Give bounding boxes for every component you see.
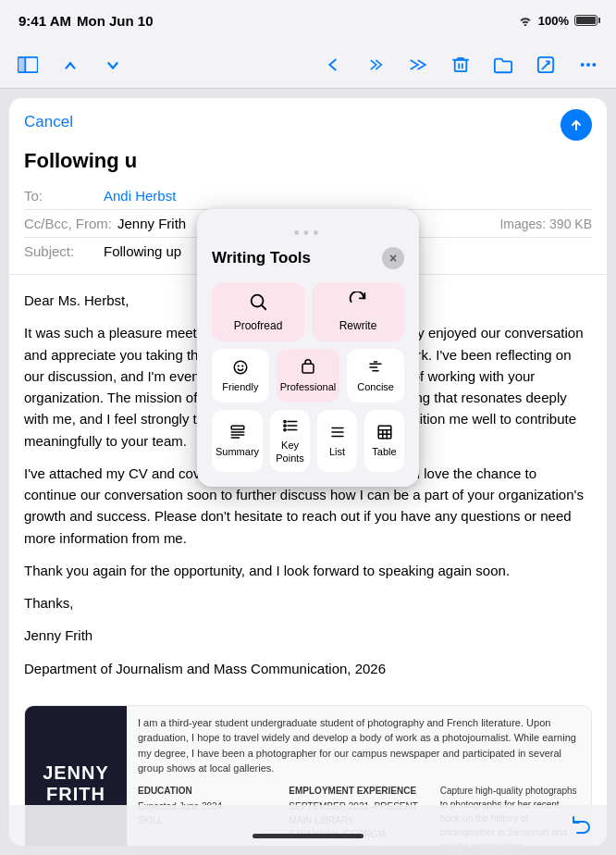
table-icon: [376, 424, 393, 443]
main-area: Cancel Following u To: Andi Herbst Cc/Bc…: [0, 89, 616, 855]
concise-button[interactable]: Concise: [347, 349, 404, 403]
svg-point-10: [592, 63, 596, 67]
to-label: To:: [24, 188, 98, 204]
chevron-down-icon[interactable]: [100, 52, 126, 78]
toolbar-left: [15, 52, 126, 78]
friendly-button[interactable]: Friendly: [212, 349, 269, 403]
proofread-label: Proofread: [234, 319, 283, 332]
forward2-icon[interactable]: [405, 52, 431, 78]
svg-rect-21: [231, 426, 244, 429]
key-points-icon: [282, 417, 299, 437]
back-icon[interactable]: [320, 52, 346, 78]
sig-emp-title: EMPLOYMENT EXPERIENCE: [289, 784, 428, 798]
email-dept: Department of Journalism and Mass Commun…: [24, 658, 592, 679]
summary-label: Summary: [216, 446, 259, 458]
email-author-name: Jenny Frith: [24, 625, 592, 646]
professional-label: Professional: [280, 381, 337, 393]
bottom-bar: [9, 805, 607, 846]
subject-label: Subject:: [24, 243, 98, 259]
summary-icon: [229, 424, 246, 443]
to-value[interactable]: Andi Herbst: [104, 188, 176, 204]
tools-row-top: Proofread Rewrite: [212, 282, 404, 341]
svg-rect-34: [378, 426, 391, 439]
home-indicator: [253, 834, 363, 838]
status-bar-right: 100%: [518, 14, 598, 28]
trash-icon[interactable]: [448, 52, 474, 78]
edit-icon[interactable]: [533, 52, 559, 78]
list-label: List: [329, 446, 345, 458]
table-label: Table: [372, 446, 396, 458]
battery-label: 100%: [538, 14, 569, 28]
forward-icon[interactable]: [363, 52, 388, 78]
svg-point-13: [234, 361, 247, 374]
battery-icon: [574, 15, 598, 26]
sig-edu-title: EDUCATION: [138, 784, 277, 798]
drag-handle: •••: [212, 224, 404, 243]
ccbcc-value[interactable]: Jenny Frith: [117, 216, 186, 231]
friendly-label: Friendly: [222, 381, 258, 393]
svg-line-7: [542, 62, 548, 68]
svg-point-8: [581, 63, 585, 67]
subject-value[interactable]: Following up: [104, 243, 181, 259]
status-bar-left: 9:41 AM Mon Jun 10: [18, 13, 153, 29]
summary-button[interactable]: Summary: [212, 410, 263, 471]
list-button[interactable]: List: [317, 410, 357, 471]
svg-rect-16: [302, 364, 314, 373]
more-icon[interactable]: [575, 52, 601, 78]
svg-rect-0: [18, 56, 25, 71]
toolbar-right: [320, 52, 601, 78]
rewrite-icon: [348, 291, 368, 316]
send-button[interactable]: [561, 109, 592, 141]
images-label: Images: 390 KB: [499, 217, 592, 231]
status-bar: 9:41 AM Mon Jun 10 100%: [0, 0, 616, 41]
professional-button[interactable]: Professional: [277, 349, 340, 403]
tools-row-mid: Friendly Professional: [212, 349, 404, 403]
popup-title: Writing Tools: [212, 249, 311, 267]
email-thanks: Thanks,: [24, 592, 592, 613]
writing-tools-popup: ••• Writing Tools × Proofread: [197, 209, 419, 487]
svg-point-30: [283, 429, 285, 431]
ccbcc-label: Cc/Bcc, From:: [24, 216, 112, 231]
svg-point-28: [283, 421, 285, 423]
key-points-button[interactable]: Key Points: [270, 410, 310, 471]
proofread-icon: [248, 291, 268, 316]
professional-icon: [300, 359, 316, 378]
toolbar: [0, 41, 616, 89]
tools-row-bot: Summary Key Points: [212, 410, 404, 471]
email-subject-title: Following u: [24, 149, 592, 173]
svg-point-29: [283, 425, 285, 427]
proofread-button[interactable]: Proofread: [212, 282, 304, 341]
wifi-icon: [518, 15, 533, 26]
sidebar-toggle-icon[interactable]: [15, 52, 41, 78]
date: Mon Jun 10: [77, 13, 154, 29]
svg-point-9: [586, 63, 590, 67]
rewrite-label: Rewrite: [339, 319, 377, 332]
svg-line-12: [262, 305, 265, 309]
key-points-label: Key Points: [274, 440, 306, 464]
undo-icon[interactable]: [570, 813, 592, 838]
chevron-up-icon[interactable]: [57, 52, 83, 78]
rewrite-button[interactable]: Rewrite: [312, 282, 404, 341]
cancel-button[interactable]: Cancel: [24, 113, 73, 131]
popup-close-button[interactable]: ×: [382, 247, 404, 269]
popup-header: Writing Tools ×: [212, 247, 404, 269]
folder-icon[interactable]: [490, 52, 516, 78]
sig-name-bottom: FRITH: [46, 784, 105, 805]
table-button[interactable]: Table: [364, 410, 404, 471]
list-icon: [329, 424, 346, 443]
email-body-p3: Thank you again for the opportunity, and…: [24, 560, 592, 581]
concise-label: Concise: [357, 381, 394, 393]
sig-name-top: JENNY: [43, 762, 109, 784]
email-to-field: To: Andi Herbst: [24, 182, 592, 210]
friendly-icon: [232, 359, 249, 378]
concise-icon: [367, 359, 384, 378]
sig-bio: I am a third-year student undergraduate …: [138, 715, 580, 776]
svg-rect-3: [455, 59, 467, 71]
time: 9:41 AM: [18, 13, 71, 29]
